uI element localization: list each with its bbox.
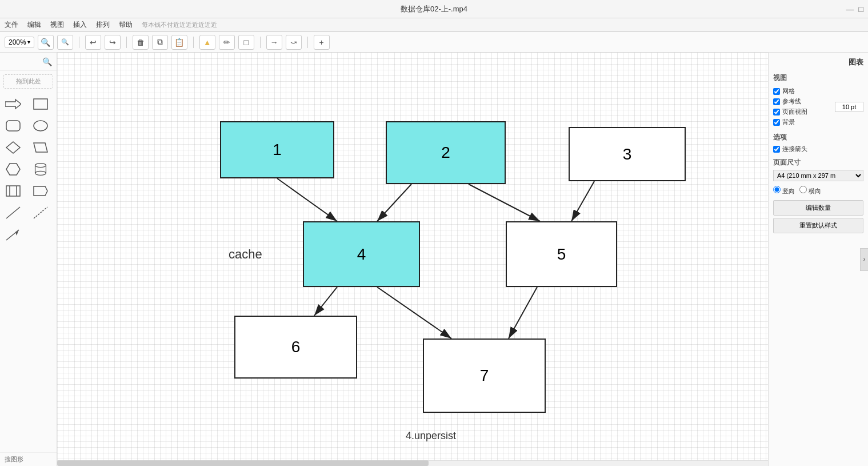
page-view-checkbox[interactable] xyxy=(773,109,780,115)
zoom-dropdown-icon[interactable]: ▾ xyxy=(27,39,30,45)
menu-extra: 每本钱不付近近近近近近近 xyxy=(142,21,217,29)
zoom-out-icon: 🔍 xyxy=(61,38,69,46)
connector-button[interactable]: ⤻ xyxy=(286,35,302,50)
menubar: 文件 编辑 视图 插入 排列 帮助 每本钱不付近近近近近近近 xyxy=(0,18,868,32)
shape-ellipse[interactable] xyxy=(30,116,51,136)
main-layout: 🔍 拖到此处 xyxy=(0,53,868,466)
svg-line-24 xyxy=(314,287,337,316)
line-color-button[interactable]: ✏ xyxy=(219,35,235,50)
copy-button[interactable]: ⧉ xyxy=(152,35,168,50)
svg-point-3 xyxy=(34,121,47,131)
shape-rect[interactable] xyxy=(30,94,51,114)
zoom-out-button[interactable]: 🔍 xyxy=(57,35,73,50)
node-2[interactable]: 2 xyxy=(386,121,506,184)
copy-icon: ⧉ xyxy=(157,37,163,47)
menu-view[interactable]: 视图 xyxy=(50,20,64,30)
portrait-option[interactable]: 竖向 xyxy=(773,186,795,196)
zoom-in-button[interactable]: 🔍 xyxy=(38,35,54,50)
shape-pentagonal[interactable] xyxy=(30,181,51,201)
node-4[interactable]: 4 xyxy=(303,221,420,287)
svg-marker-5 xyxy=(34,143,47,152)
shape-dashed[interactable] xyxy=(30,203,51,222)
line-color-icon: ✏ xyxy=(223,38,230,47)
node-5[interactable]: 5 xyxy=(506,221,617,287)
fold-icon: › xyxy=(863,256,865,262)
arrow-icon: → xyxy=(270,38,278,47)
svg-marker-14 xyxy=(34,186,47,196)
right-panel: 图表 视图 网格 参考线 页面视图 背景 xyxy=(768,53,868,466)
svg-marker-4 xyxy=(6,142,20,153)
shape-arrow[interactable] xyxy=(2,94,24,114)
paste-button[interactable]: 📋 xyxy=(171,35,187,50)
toolbar-separator-3 xyxy=(193,37,194,48)
grid-label: 网格 xyxy=(782,87,795,95)
shape-parallelogram[interactable] xyxy=(30,138,51,157)
sidebar-search-row: 🔍 xyxy=(0,53,57,71)
pt-input[interactable] xyxy=(835,102,863,112)
shape-cylinder[interactable] xyxy=(30,160,51,179)
scroll-thumb[interactable] xyxy=(57,460,429,466)
svg-line-25 xyxy=(377,287,451,338)
right-panel-title: 图表 xyxy=(773,57,863,67)
edit-style-button[interactable]: 编辑数量 xyxy=(773,200,863,216)
toolbar-separator-4 xyxy=(260,37,261,48)
menu-help[interactable]: 帮助 xyxy=(119,20,133,30)
fill-color-icon: ▲ xyxy=(203,38,211,47)
redo-button[interactable]: ↪ xyxy=(105,35,121,50)
left-sidebar: 🔍 拖到此处 xyxy=(0,53,57,466)
unpersist-label: 4.unpersist xyxy=(406,430,456,442)
svg-line-26 xyxy=(509,287,537,338)
guides-label: 参考线 xyxy=(782,97,801,106)
menu-edit[interactable]: 编辑 xyxy=(27,20,41,30)
shape-rounded-rect[interactable] xyxy=(2,116,24,136)
landscape-option[interactable]: 横向 xyxy=(799,186,821,196)
node-7[interactable]: 7 xyxy=(423,338,546,413)
add-button[interactable]: + xyxy=(314,35,330,50)
search-icon[interactable]: 🔍 xyxy=(42,57,52,66)
shape-diagonal-arrow[interactable] xyxy=(2,225,24,244)
horizontal-scrollbar[interactable] xyxy=(57,460,768,466)
reset-style-button[interactable]: 重置默认样式 xyxy=(773,218,863,233)
shape-button[interactable]: □ xyxy=(238,35,254,50)
connect-arrows-label: 连接箭头 xyxy=(782,145,807,153)
maximize-button[interactable]: □ xyxy=(859,5,863,14)
minimize-button[interactable]: — xyxy=(846,5,854,14)
shape-line[interactable] xyxy=(2,203,24,222)
sidebar-bottom-label: 搜图形 xyxy=(0,452,57,466)
svg-point-7 xyxy=(35,164,46,168)
node-3[interactable]: 3 xyxy=(569,127,686,181)
node-1[interactable]: 1 xyxy=(220,121,334,178)
shape-icon: □ xyxy=(243,38,248,47)
svg-rect-1 xyxy=(34,99,47,109)
menu-file[interactable]: 文件 xyxy=(5,20,18,30)
page-size-select[interactable]: A4 (210 mm x 297 m xyxy=(773,170,863,181)
add-icon: + xyxy=(319,38,324,47)
connect-arrows-checkbox[interactable] xyxy=(773,146,780,153)
toolbar-separator-5 xyxy=(307,37,308,48)
view-section-title: 视图 xyxy=(773,73,863,83)
node-3-label: 3 xyxy=(623,145,632,164)
svg-line-21 xyxy=(377,184,411,221)
right-panel-fold-handle[interactable]: › xyxy=(860,248,868,271)
shape-process[interactable] xyxy=(2,181,24,201)
drag-drop-label: 拖到此处 xyxy=(3,74,53,89)
node-6[interactable]: 6 xyxy=(234,316,357,379)
undo-button[interactable]: ↩ xyxy=(85,35,101,50)
orientation-row: 竖向 横向 xyxy=(773,186,863,196)
arrow-button[interactable]: → xyxy=(266,35,282,50)
guides-checkbox[interactable] xyxy=(773,98,780,105)
node-1-label: 1 xyxy=(273,141,282,159)
fill-color-button[interactable]: ▲ xyxy=(199,35,215,50)
menu-insert[interactable]: 插入 xyxy=(73,20,87,30)
canvas-area[interactable]: 1 2 3 4 5 6 7 cache 4.unpersist xyxy=(57,53,768,466)
title-text: 数据仓库02-上-.mp4 xyxy=(401,4,467,14)
menu-arrange[interactable]: 排列 xyxy=(96,20,110,30)
svg-point-10 xyxy=(35,171,46,175)
delete-button[interactable]: 🗑 xyxy=(133,35,149,50)
background-checkbox[interactable] xyxy=(773,119,780,126)
shape-hexagon[interactable] xyxy=(2,160,24,179)
zoom-selector[interactable]: 200% ▾ xyxy=(5,37,34,48)
shape-diamond[interactable] xyxy=(2,138,24,157)
grid-checkbox[interactable] xyxy=(773,88,780,95)
svg-line-15 xyxy=(6,207,20,218)
